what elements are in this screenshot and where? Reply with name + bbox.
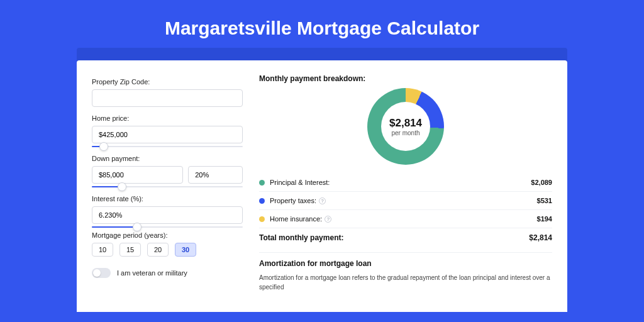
home-price-slider-thumb[interactable] <box>99 142 108 151</box>
home-price-input[interactable] <box>92 126 243 143</box>
period-option-15[interactable]: 15 <box>119 243 141 257</box>
amortization-text: Amortization for a mortgage loan refers … <box>259 273 552 292</box>
legend: Principal & Interest:$2,089Property taxe… <box>259 174 552 228</box>
help-icon[interactable]: ? <box>325 216 331 223</box>
legend-dot-icon <box>259 216 265 222</box>
stage-backdrop: Property Zip Code: Home price: Down paym… <box>77 48 567 312</box>
legend-dot-icon <box>259 180 265 186</box>
total-label: Total monthly payment: <box>259 233 529 242</box>
legend-row-2: Home insurance:?$194 <box>259 210 552 228</box>
interest-slider-thumb[interactable] <box>133 223 142 231</box>
home-price-slider[interactable] <box>92 146 243 147</box>
form-column: Property Zip Code: Home price: Down paym… <box>92 74 243 312</box>
down-payment-pct-input[interactable] <box>188 166 243 184</box>
home-price-label: Home price: <box>92 114 243 122</box>
period-option-20[interactable]: 20 <box>147 243 169 257</box>
legend-label: Property taxes:? <box>270 197 537 204</box>
zip-input[interactable] <box>92 89 243 107</box>
veteran-label: I am veteran or military <box>117 269 187 277</box>
interest-input[interactable] <box>92 206 243 224</box>
amortization-title: Amortization for mortgage loan <box>259 259 552 268</box>
legend-row-1: Property taxes:?$531 <box>259 192 552 210</box>
legend-label: Principal & Interest: <box>270 179 531 186</box>
page-title: Margaretsville Mortgage Calculator <box>0 0 644 48</box>
legend-value: $2,089 <box>531 179 552 186</box>
legend-label: Home insurance:? <box>270 215 537 223</box>
legend-value: $194 <box>537 215 552 223</box>
down-payment-label: Down payment: <box>92 155 243 162</box>
legend-dot-icon <box>259 198 265 204</box>
period-options: 10152030 <box>92 243 243 257</box>
total-row: Total monthly payment: $2,814 <box>259 228 552 248</box>
veteran-toggle[interactable] <box>92 268 111 278</box>
down-payment-slider[interactable] <box>92 186 243 187</box>
interest-slider-fill <box>92 226 137 228</box>
calculator-card: Property Zip Code: Home price: Down paym… <box>77 60 567 312</box>
interest-slider[interactable] <box>92 226 243 228</box>
down-payment-amount-input[interactable] <box>92 166 183 184</box>
legend-row-0: Principal & Interest:$2,089 <box>259 174 552 192</box>
period-option-10[interactable]: 10 <box>92 243 113 257</box>
period-label: Mortgage period (years): <box>92 231 243 239</box>
period-option-30[interactable]: 30 <box>175 243 196 257</box>
help-icon[interactable]: ? <box>319 197 326 204</box>
breakdown-column: Monthly payment breakdown: $2,814 per mo… <box>259 74 552 312</box>
section-divider <box>259 252 552 253</box>
total-value: $2,814 <box>529 233 552 242</box>
zip-label: Property Zip Code: <box>92 78 243 86</box>
donut-value: $2,814 <box>389 117 422 130</box>
donut-chart: $2,814 per month <box>259 84 552 172</box>
donut-subtext: per month <box>391 130 419 136</box>
interest-label: Interest rate (%): <box>92 195 243 203</box>
down-payment-slider-thumb[interactable] <box>118 182 126 191</box>
donut-center: $2,814 per month <box>381 102 430 151</box>
breakdown-title: Monthly payment breakdown: <box>259 74 552 83</box>
legend-value: $531 <box>537 197 552 204</box>
